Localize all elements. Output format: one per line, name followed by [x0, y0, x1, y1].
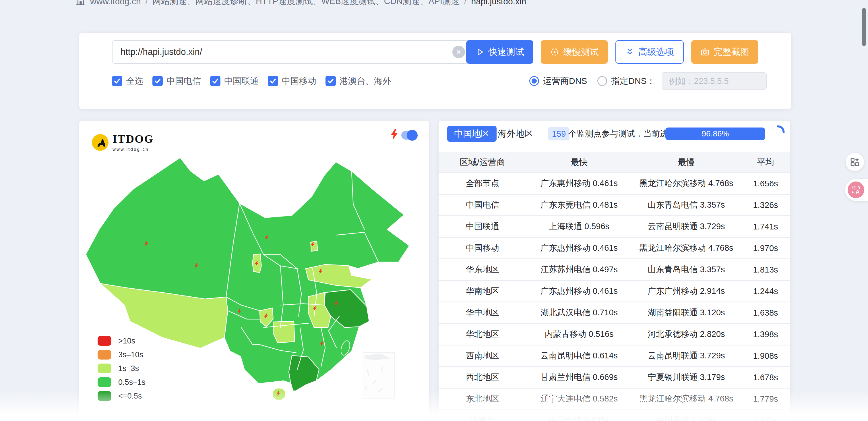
table-cell: 华北地区 — [439, 329, 526, 340]
table-cell: 中国移动 — [439, 242, 526, 254]
map-effects-toggle[interactable] — [401, 131, 417, 140]
url-input-wrapper — [112, 40, 471, 64]
table-cell: 广东惠州移动 0.461s — [526, 242, 632, 254]
table-cell: 1.813s — [741, 265, 790, 274]
carrier-checkbox-4[interactable]: 港澳台、海外 — [326, 75, 391, 87]
custom-dns-input[interactable] — [662, 72, 767, 90]
table-cell: 黑龙江哈尔滨移动 4.768s — [632, 242, 741, 254]
site-home-icon — [75, 0, 86, 7]
table-cell: 云南昆明联通 3.729s — [632, 350, 741, 362]
checkbox-checked-icon — [326, 76, 336, 86]
table-cell: 甘肃兰州电信 0.669s — [526, 371, 632, 383]
carrier-checkbox-1[interactable]: 中国电信 — [152, 75, 201, 87]
table-row: 东北地区辽宁大连电信 0.582s黑龙江哈尔滨移动 4.768s1.779s — [439, 388, 790, 409]
translate-fab[interactable]: 中 A — [845, 179, 868, 201]
play-icon — [475, 48, 485, 57]
table-cell: 1.244s — [741, 287, 790, 296]
brand-site: www.itdog.cn — [113, 147, 154, 152]
breadcrumb-current-page: hapi.justdo.xin — [471, 0, 526, 6]
table-cell: 1.970s — [741, 243, 790, 253]
carrier-checkbox-row: 全选中国电信中国联通中国移动港澳台、海外 — [112, 75, 391, 87]
carrier-checkbox-0[interactable]: 全选 — [112, 75, 143, 87]
table-cell: 中国电信 — [439, 199, 526, 211]
table-cell: 中国台湾 0.835s — [526, 415, 632, 421]
progress-bar: 96.86% — [665, 127, 765, 140]
table-cell: 1.656s — [741, 179, 790, 188]
table-cell: 0.972s — [741, 416, 790, 421]
qr-code-fab[interactable] — [846, 153, 864, 171]
table-cell: 湖北武汉电信 0.710s — [526, 307, 632, 319]
table-row: 西北地区甘肃兰州电信 0.669s宁夏银川联通 3.179s1.678s — [439, 366, 790, 388]
table-cell: 华中地区 — [439, 307, 526, 319]
table-row: 西南地区云南昆明电信 0.614s云南昆明联通 3.729s1.908s — [439, 344, 790, 366]
china-mainland[interactable] — [86, 158, 409, 391]
checkbox-checked-icon — [210, 76, 220, 86]
itdog-logo[interactable]: ITDOG www.itdog.cn — [92, 133, 154, 152]
table-cell: 华南地区 — [439, 285, 526, 297]
south-china-sea-inset — [363, 352, 395, 399]
custom-dns-label: 指定DNS： — [611, 75, 655, 87]
table-cell: 港澳台 — [439, 415, 526, 421]
table-cell: 华东地区 — [439, 264, 526, 275]
table-cell: 1.741s — [741, 222, 790, 232]
carrier-checkbox-2[interactable]: 中国联通 — [210, 75, 259, 87]
custom-dns-radio[interactable] — [597, 76, 607, 86]
tab-china-region[interactable]: 中国地区 — [447, 126, 497, 142]
result-card: 中国地区 海外地区 159 个监测点参与测试，当前进度： 96.86% 区域/运… — [439, 121, 790, 421]
full-screenshot-button[interactable]: 完整截图 — [691, 40, 758, 64]
table-cell: 1.678s — [741, 373, 790, 382]
table-cell: 湖南益阳联通 3.120s — [632, 307, 741, 319]
table-body: 全部节点广东惠州移动 0.461s黑龙江哈尔滨移动 4.768s1.656s中国… — [439, 172, 790, 421]
qr-code-icon — [849, 157, 860, 167]
page-scrollbar-thumb[interactable] — [862, 8, 866, 46]
checkbox-label: 中国移动 — [282, 75, 316, 87]
slow-test-button[interactable]: 缓慢测试 — [541, 40, 608, 64]
checkbox-label: 中国联通 — [224, 75, 259, 87]
table-cell: 1.398s — [741, 330, 790, 339]
progress-value: 96.86% — [702, 129, 729, 139]
map-card: ITDOG www.itdog.cn — [79, 121, 429, 421]
clear-input-button[interactable] — [453, 46, 465, 58]
table-cell: 1.908s — [741, 351, 790, 361]
checkbox-checked-icon — [152, 76, 163, 86]
table-header-cell: 最快 — [526, 156, 632, 168]
china-speed-map[interactable] — [84, 148, 429, 413]
table-cell: 广东广州移动 2.914s — [632, 285, 741, 297]
table-row: 华北地区内蒙古移动 0.516s河北承德移动 2.820s1.398s — [439, 323, 790, 344]
table-cell: 广东惠州移动 0.461s — [526, 178, 632, 189]
breadcrumb-site[interactable]: www.itdog.cn — [90, 0, 141, 6]
table-cell: 中国香港 1.109s — [632, 415, 741, 421]
table-row: 中国移动广东惠州移动 0.461s黑龙江哈尔滨移动 4.768s1.970s — [439, 237, 790, 259]
table-cell: 1.326s — [741, 201, 790, 210]
translate-icon: 中 A — [848, 181, 864, 198]
table-row: 华东地区江苏苏州电信 0.497s山东青岛电信 3.357s1.813s — [439, 259, 790, 280]
quick-test-button[interactable]: 快速测试 — [466, 40, 533, 64]
breadcrumb: www.itdog.cn / 网站测速、网站速度诊断、HTTP速度测试、WEB速… — [75, 0, 526, 7]
table-row: 港澳台中国台湾 0.835s中国香港 1.109s0.972s — [439, 409, 790, 421]
table-cell: 黑龙江哈尔滨移动 4.768s — [632, 393, 741, 404]
tab-overseas-region[interactable]: 海外地区 — [498, 126, 533, 142]
breadcrumb-category[interactable]: 网站测速、网站速度诊断、HTTP速度测试、WEB速度测试、CDN测速、API测速 — [152, 0, 460, 7]
checkbox-label: 全选 — [126, 75, 143, 87]
results-table: 区域/运营商最快最慢平均 全部节点广东惠州移动 0.461s黑龙江哈尔滨移动 4… — [439, 152, 790, 421]
brand-name: ITDOG — [113, 133, 154, 145]
table-cell: 河北承德移动 2.820s — [632, 329, 741, 340]
carrier-dns-radio[interactable] — [529, 76, 539, 86]
loading-spinner-icon — [771, 125, 785, 139]
monitor-count-badge: 159 — [548, 127, 569, 141]
table-row: 华南地区广东惠州移动 0.461s广东广州移动 2.914s1.244s — [439, 280, 790, 302]
dns-options-row: 运营商DNS 指定DNS： — [529, 72, 767, 90]
slow-motion-icon — [550, 48, 559, 57]
advanced-options-button[interactable]: 高级选项 — [615, 40, 684, 64]
double-chevron-down-icon — [625, 48, 634, 57]
checkbox-label: 中国电信 — [166, 75, 201, 87]
close-icon — [456, 49, 462, 55]
table-cell: 西南地区 — [439, 350, 526, 362]
table-cell: 广东东莞电信 0.481s — [526, 199, 632, 211]
checkbox-checked-icon — [268, 76, 278, 86]
table-header-cell: 最慢 — [632, 156, 741, 168]
table-header-cell: 区域/运营商 — [439, 156, 526, 168]
svg-text:A: A — [856, 189, 860, 195]
url-input[interactable] — [112, 40, 471, 64]
carrier-checkbox-3[interactable]: 中国移动 — [268, 75, 316, 87]
